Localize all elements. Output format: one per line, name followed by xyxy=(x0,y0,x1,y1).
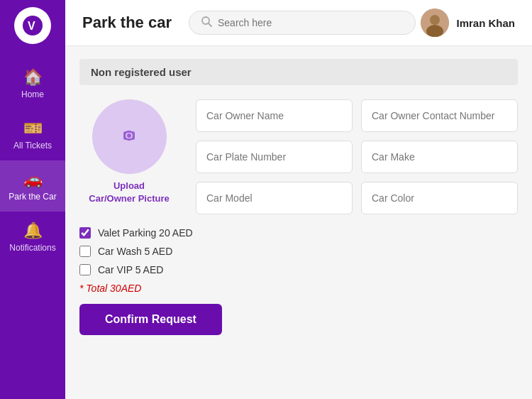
upload-circle[interactable] xyxy=(92,99,167,174)
header: Park the car Imran Khan xyxy=(65,0,532,46)
avatar xyxy=(421,9,449,37)
car-vip-checkbox[interactable] xyxy=(79,264,91,275)
search-icon xyxy=(201,16,212,30)
svg-point-5 xyxy=(430,15,440,25)
car-make-input[interactable] xyxy=(361,141,518,173)
options-section: Valet Parking 20 AED Car Wash 5 AED Car … xyxy=(79,227,518,335)
car-model-input[interactable] xyxy=(196,182,353,214)
upload-section: UploadCar/Owner Picture xyxy=(79,99,179,214)
header-user: Imran Khan xyxy=(421,9,515,37)
home-icon: 🏠 xyxy=(23,68,43,87)
sidebar-item-home[interactable]: 🏠 Home xyxy=(0,58,65,109)
valet-parking-checkbox[interactable] xyxy=(79,227,91,239)
svg-point-10 xyxy=(127,133,131,138)
option-car-vip[interactable]: Car VIP 5 AED xyxy=(79,264,518,275)
sidebar-item-label: Home xyxy=(21,89,44,99)
user-name: Imran Khan xyxy=(456,17,515,29)
car-vip-label: Car VIP 5 AED xyxy=(98,264,163,275)
svg-text:V: V xyxy=(28,20,35,32)
content-area: Non registered user UploadCar/Owner Pict… xyxy=(65,46,532,399)
sidebar-item-notifications[interactable]: 🔔 Notifications xyxy=(0,212,65,263)
total-line: * Total 30AED xyxy=(79,283,518,294)
sidebar-item-all-tickets[interactable]: 🎫 All Tickets xyxy=(0,109,65,160)
section-title: Non registered user xyxy=(79,59,518,85)
option-valet-parking[interactable]: Valet Parking 20 AED xyxy=(79,227,518,239)
car-icon: 🚗 xyxy=(23,170,43,189)
valet-parking-label: Valet Parking 20 AED xyxy=(98,227,193,239)
sidebar-item-label: Notifications xyxy=(9,243,55,253)
car-wash-checkbox[interactable] xyxy=(79,246,91,257)
main-area: Park the car Imran Khan Non regist xyxy=(65,0,532,399)
tickets-icon: 🎫 xyxy=(23,119,43,138)
page-title: Park the car xyxy=(82,13,172,32)
sidebar-item-park-the-car[interactable]: 🚗 Park the Car xyxy=(0,160,65,212)
form-area: UploadCar/Owner Picture xyxy=(79,99,518,214)
car-owner-name-input[interactable] xyxy=(196,99,353,132)
fields-grid xyxy=(196,99,518,214)
car-plate-number-input[interactable] xyxy=(196,141,353,173)
option-car-wash[interactable]: Car Wash 5 AED xyxy=(79,246,518,257)
sidebar: V 🏠 Home 🎫 All Tickets 🚗 Park the Car 🔔 … xyxy=(0,0,65,399)
bell-icon: 🔔 xyxy=(23,222,43,240)
search-bar[interactable] xyxy=(189,11,416,35)
sidebar-item-label: All Tickets xyxy=(13,141,52,151)
car-owner-contact-input[interactable] xyxy=(361,99,518,132)
car-color-input[interactable] xyxy=(361,182,518,214)
sidebar-item-label: Park the Car xyxy=(9,192,56,202)
car-wash-label: Car Wash 5 AED xyxy=(98,246,172,257)
svg-rect-11 xyxy=(127,131,131,133)
logo: V xyxy=(14,7,51,44)
svg-line-3 xyxy=(209,23,211,26)
upload-label[interactable]: UploadCar/Owner Picture xyxy=(89,180,169,205)
search-input[interactable] xyxy=(218,17,404,28)
confirm-request-button[interactable]: Confirm Request xyxy=(79,304,222,335)
